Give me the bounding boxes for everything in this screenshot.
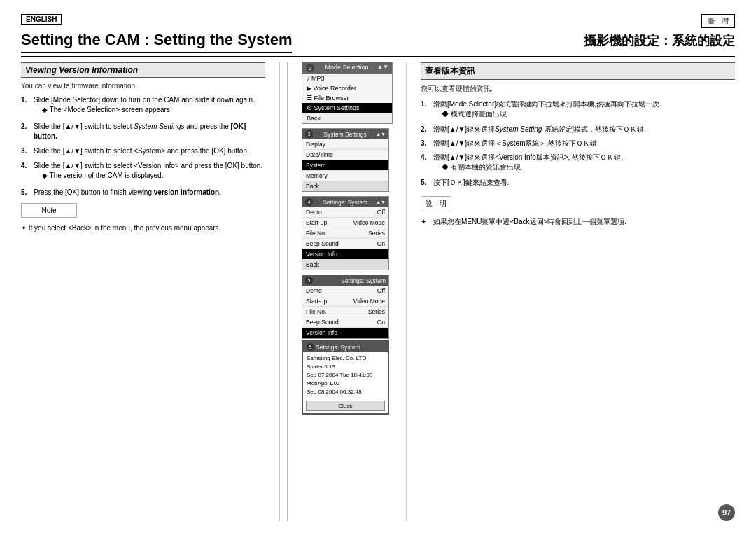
panel2-step: 3: [305, 130, 313, 138]
cn-num-4: 4.: [421, 153, 432, 174]
cn-4-bullet: 有關本機的資訊會出現.: [433, 162, 735, 172]
panel2-title: 3 System Settings ▲▼: [302, 129, 388, 139]
panel-settings-system: 4 Settings: System ▲▼ DemoOff Start-upVi…: [302, 196, 389, 270]
ver-popup-close-button[interactable]: Close: [306, 401, 385, 411]
ver-line-1: Samsung Elec. Co. LTD: [307, 354, 384, 363]
panel4-step: 5: [305, 277, 313, 284]
section-header-left: Viewing Version Information: [21, 62, 265, 78]
ver-popup-title: 5 Settings: System: [303, 342, 388, 352]
panel2-system: System: [302, 160, 388, 171]
panel1-item-file: ☰ File Browser: [302, 93, 392, 103]
panel4-title: 5 Settings: System: [302, 275, 388, 286]
language-badge: ENGLISH: [21, 14, 62, 25]
step-content-5: Press the [OK] button to finish viewing …: [34, 188, 265, 197]
cn-num-2: 2.: [421, 125, 432, 134]
cn-1-bullet: 模式選擇畫面出現.: [433, 109, 735, 119]
step-5-left: 5. Press the [OK] button to finish viewi…: [21, 188, 265, 197]
cn-step-4: 4. 滑動[▲/▼]鍵來選擇<Version Info版本資訊>, 然後按下ＯＫ…: [421, 153, 735, 174]
step-num-3: 3.: [21, 146, 32, 156]
step-4-bullet: The version of the CAM is displayed.: [34, 171, 265, 181]
panel4-fileno: File No.Series: [302, 307, 388, 317]
content-area: Viewing Version Information You can view…: [21, 62, 735, 521]
step-num-1: 1.: [21, 95, 32, 117]
section-header-right: 查看版本資訊: [421, 62, 735, 80]
panel3-startup: Start-upVideo Mode: [302, 218, 388, 228]
panel-system-settings: 3 System Settings ▲▼ Display Date/Time S…: [302, 128, 389, 192]
step-3-left: 3. Slide the [▲/▼] switch to select <Sys…: [21, 146, 265, 156]
version-info-popup: 5 Settings: System Samsung Elec. Co. LTD…: [302, 340, 389, 415]
title-row: Setting the CAM : Setting the System 攝影機…: [21, 31, 735, 57]
cn-num-3: 3.: [421, 139, 432, 148]
step-content-1: Slide [Mode Selector] down to turn on th…: [34, 95, 265, 117]
cn-steps-list: 1. 滑動[Mode Selector]模式選擇鍵向下拉鬆來打開本機,然後再向下…: [421, 99, 735, 188]
ver-popup-label: Settings: System: [316, 344, 360, 351]
panel3-beepsound: Beep SoundOn: [302, 239, 388, 249]
step-1-left: 1. Slide [Mode Selector] down to turn on…: [21, 95, 265, 117]
cn-step-3: 3. 滑動[▲/▼]鍵來選擇＜System系統＞,然後按下ＯＫ鍵.: [421, 139, 735, 148]
step-num-5: 5.: [21, 188, 32, 197]
step-2-left: 2. Slide the [▲/▼] switch to select Syst…: [21, 122, 265, 141]
panel3-icons: ▲▼: [376, 200, 386, 204]
left-column: Viewing Version Information You can view…: [21, 62, 280, 521]
intro-text-right: 您可以查看硬體的資訊.: [421, 84, 735, 94]
main-title-cn: 攝影機的設定：系統的設定: [584, 32, 735, 49]
panel2-back: Back: [302, 181, 388, 191]
step-content-4: Slide the [▲/▼] switch to select <Versio…: [34, 161, 265, 183]
ver-line-4: MobApp 1.02: [307, 380, 384, 388]
step-num-2: 2.: [21, 122, 32, 141]
cn-content-3: 滑動[▲/▼]鍵來選擇＜System系統＞,然後按下ＯＫ鍵.: [433, 139, 735, 148]
panel1-icons: ▲▼: [377, 64, 388, 72]
step-content-2: Slide the [▲/▼] switch to select System …: [34, 122, 265, 141]
note-box-right: 說 明: [421, 196, 451, 211]
cn-num-1: 1.: [421, 99, 432, 120]
ver-line-3: Sep 07 2004 Tue 18:41:08: [307, 371, 384, 380]
panel2-icons: ▲▼: [376, 132, 386, 137]
ui-panels-column: 2 Mode Selection ▲▼ ♪ MP3 ▶ Voice Record…: [295, 62, 407, 521]
panel1-title: 2 Mode Selection ▲▼: [302, 62, 392, 74]
tw-badge: 臺 灣: [701, 14, 735, 28]
panel4-demo: DemoOff: [302, 286, 388, 296]
column-divider: [287, 62, 288, 521]
ver-popup-content: Samsung Elec. Co. LTD Spider 6.13 Sep 07…: [303, 352, 388, 398]
panel1-label: Mode Selection: [326, 64, 369, 72]
panel4-label: Settings: System: [341, 277, 386, 284]
panel1-step-circle: 2: [306, 64, 314, 72]
intro-text-left: You can view te firmware information.: [21, 82, 265, 90]
panel-mode-selection: 2 Mode Selection ▲▼ ♪ MP3 ▶ Voice Record…: [302, 62, 393, 124]
ver-popup-step: 5: [307, 343, 314, 351]
cn-num-5: 5.: [421, 178, 432, 188]
panel2-datetime: Date/Time: [302, 150, 388, 160]
panel4-versioninfo: Version Info: [302, 328, 388, 338]
cn-step-2: 2. 滑動[▲/▼]鍵來選擇System Setting 系統設定]模式，然後按…: [421, 125, 735, 134]
panel1-back: Back: [302, 113, 392, 123]
step-1-bullet: The <Mode Selection> screen appears.: [34, 105, 265, 115]
main-title-en: Setting the CAM : Setting the System: [21, 31, 292, 53]
panel2-display: Display: [302, 139, 388, 150]
panel3-step: 4: [305, 198, 313, 206]
panel1-item-system: ⚙ System Settings: [302, 103, 392, 113]
panel1-item-voice: ▶ Voice Recorder: [302, 83, 392, 93]
step-4-left: 4. Slide the [▲/▼] switch to select <Ver…: [21, 161, 265, 183]
panel2-label: System Settings: [323, 131, 366, 138]
step-content-3: Slide the [▲/▼] switch to select <System…: [34, 146, 265, 156]
panel4-beepsound: Beep SoundOn: [302, 317, 388, 328]
panel3-title: 4 Settings: System ▲▼: [302, 197, 388, 207]
panel3-demo: DemoOff: [302, 207, 388, 218]
panel4-container: 5 Settings: System DemoOff Start-upVideo…: [302, 275, 399, 415]
cn-content-2: 滑動[▲/▼]鍵來選擇System Setting 系統設定]模式，然後按下ＯＫ…: [433, 125, 735, 134]
ver-line-5: Sep 08 2004 00:32:48: [307, 388, 384, 396]
right-column: 查看版本資訊 您可以查看硬體的資訊. 1. 滑動[Mode Selector]模…: [407, 62, 735, 521]
note-box: Note: [21, 203, 77, 218]
panel3-label: Settings: System: [323, 199, 368, 206]
page-number: 97: [718, 504, 735, 521]
note-content: If you select <Back> in the menu, the pr…: [21, 223, 265, 233]
ver-line-2: Spider 6.13: [307, 363, 384, 371]
panel1-item-mp3: ♪ MP3: [302, 74, 392, 83]
steps-list-left: 1. Slide [Mode Selector] down to turn on…: [21, 95, 265, 197]
step-num-4: 4.: [21, 161, 32, 183]
panel2-memory: Memory: [302, 171, 388, 181]
cn-step-5: 5. 按下[ＯＫ]鍵來結束查看.: [421, 178, 735, 188]
cn-content-5: 按下[ＯＫ]鍵來結束查看.: [433, 178, 735, 188]
panel3-versioninfo: Version Info: [302, 249, 388, 260]
note-content-right: ✦ 如果您在MENU菜單中選<Back返回>時會回到上一個菜單選項.: [421, 217, 735, 227]
